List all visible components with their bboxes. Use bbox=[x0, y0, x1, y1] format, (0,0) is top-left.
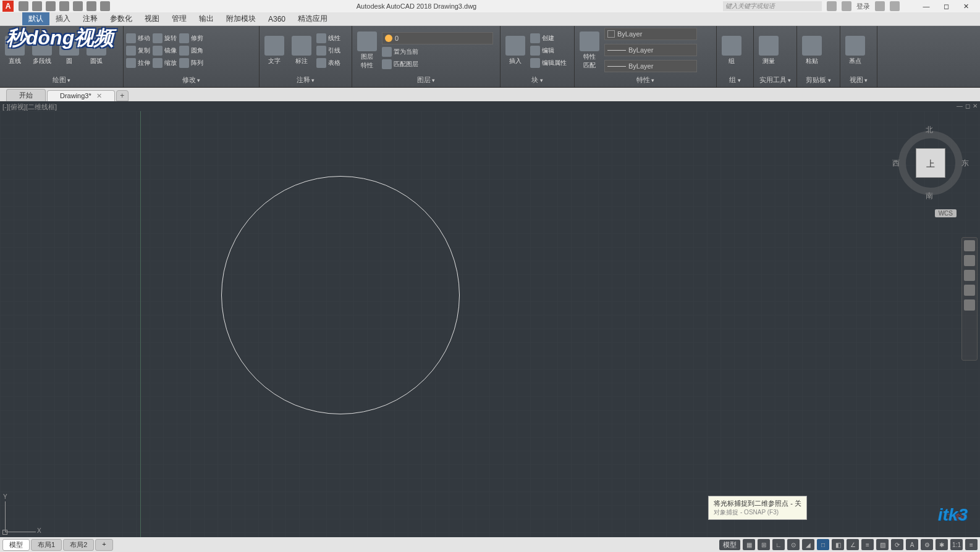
trim-button[interactable]: 修剪 bbox=[179, 33, 203, 43]
color-dropdown[interactable]: ByLayer bbox=[604, 28, 697, 40]
wcs-badge[interactable]: WCS bbox=[935, 209, 957, 217]
sb-model-label[interactable]: 模型 bbox=[719, 540, 740, 550]
compass-north[interactable]: 北 bbox=[926, 125, 933, 135]
table-button[interactable]: 表格 bbox=[316, 58, 340, 68]
help-icon[interactable] bbox=[890, 1, 900, 11]
infocenter-icon[interactable] bbox=[827, 1, 837, 11]
qat-new-icon[interactable] bbox=[19, 1, 28, 11]
viewcube[interactable]: 上 北 南 东 西 bbox=[893, 126, 968, 200]
panel-view-label[interactable]: 视图 bbox=[843, 74, 874, 86]
lineweight-dropdown[interactable]: ByLayer bbox=[604, 44, 697, 56]
tab-default[interactable]: 默认 bbox=[22, 12, 49, 25]
sb-workspace-toggle[interactable]: ⚙ bbox=[921, 539, 933, 550]
dimension-button[interactable]: 标注 bbox=[289, 36, 314, 65]
sb-snap-toggle[interactable]: ⊞ bbox=[758, 539, 770, 550]
panel-util-label[interactable]: 实用工具 bbox=[756, 74, 794, 86]
tab-a360[interactable]: A360 bbox=[262, 14, 292, 25]
qat-plot-icon[interactable] bbox=[73, 1, 83, 11]
help-search-input[interactable]: 键入关键字或短语 bbox=[723, 1, 822, 11]
qat-open-icon[interactable] bbox=[32, 1, 42, 11]
layout1-tab[interactable]: 布局1 bbox=[31, 539, 62, 551]
panel-group-label[interactable]: 组 bbox=[719, 74, 751, 86]
panel-draw-label[interactable]: 绘图 bbox=[2, 74, 120, 86]
viewport-close-icon[interactable]: ✕ bbox=[973, 102, 978, 109]
nav-zoom-icon[interactable] bbox=[964, 270, 975, 281]
app-logo-icon[interactable]: A bbox=[2, 1, 14, 12]
sb-units-toggle[interactable]: 1:1 bbox=[950, 539, 963, 550]
sb-customize-button[interactable]: ≡ bbox=[965, 539, 978, 550]
insert-block-button[interactable]: 插入 bbox=[503, 36, 528, 65]
linear-dim-button[interactable]: 线性 bbox=[316, 33, 340, 43]
tab-drawing3[interactable]: Drawing3*✕ bbox=[47, 90, 115, 101]
sb-transparency-toggle[interactable]: ▨ bbox=[876, 539, 889, 550]
viewport-restore-icon[interactable]: ◻ bbox=[965, 102, 970, 109]
sb-osnap-toggle[interactable]: □ bbox=[817, 539, 829, 550]
panel-clip-label[interactable]: 剪贴板 bbox=[800, 74, 837, 86]
panel-block-label[interactable]: 块 bbox=[503, 74, 572, 86]
layer-props-button[interactable]: 图层 特性 bbox=[355, 31, 379, 70]
window-restore-icon[interactable]: ◻ bbox=[937, 1, 955, 12]
layout2-tab[interactable]: 布局2 bbox=[63, 539, 94, 551]
stretch-button[interactable]: 拉伸 bbox=[126, 58, 150, 68]
tab-insert[interactable]: 插入 bbox=[49, 12, 77, 25]
qat-save-icon[interactable] bbox=[46, 1, 56, 11]
viewcube-top-face[interactable]: 上 bbox=[916, 148, 945, 178]
compass-south[interactable]: 南 bbox=[926, 191, 933, 201]
tab-output[interactable]: 输出 bbox=[193, 12, 220, 25]
nav-orbit-icon[interactable] bbox=[964, 285, 975, 296]
sb-annoscale-toggle[interactable]: A bbox=[906, 539, 918, 550]
sb-cycling-toggle[interactable]: ⟳ bbox=[891, 539, 903, 550]
group-button[interactable]: 组 bbox=[719, 36, 744, 65]
sb-polar-toggle[interactable]: ⊙ bbox=[787, 539, 800, 550]
sb-isodraft-toggle[interactable]: ◢ bbox=[802, 539, 814, 550]
scale-button[interactable]: 缩放 bbox=[153, 58, 177, 68]
sb-lweight-toggle[interactable]: ≡ bbox=[861, 539, 874, 550]
rotate-button[interactable]: 旋转 bbox=[153, 33, 177, 43]
compass-east[interactable]: 东 bbox=[961, 158, 969, 169]
panel-modify-label[interactable]: 修改 bbox=[126, 74, 256, 86]
create-block-button[interactable]: 创建 bbox=[530, 33, 567, 43]
sb-ortho-toggle[interactable]: ∟ bbox=[772, 539, 785, 550]
drawing-canvas[interactable]: [-][俯视][二维线框] — ◻ ✕ Y X 上 北 南 东 西 WCS 将光… bbox=[0, 101, 980, 537]
signin-icon[interactable] bbox=[842, 1, 851, 11]
tab-manage[interactable]: 管理 bbox=[166, 12, 193, 25]
move-button[interactable]: 移动 bbox=[126, 33, 150, 43]
layer-match-button[interactable]: 匹配图层 bbox=[382, 59, 418, 69]
mirror-button[interactable]: 镜像 bbox=[153, 46, 177, 56]
match-props-button[interactable]: 特性 匹配 bbox=[577, 31, 602, 70]
tab-annotate[interactable]: 注释 bbox=[77, 12, 104, 25]
nav-pan-icon[interactable] bbox=[964, 255, 975, 266]
text-button[interactable]: 文字 bbox=[262, 36, 287, 65]
circle-entity[interactable] bbox=[221, 176, 460, 414]
layer-dropdown[interactable]: 0 bbox=[382, 32, 493, 44]
edit-block-button[interactable]: 编辑 bbox=[530, 46, 567, 56]
array-button[interactable]: 阵列 bbox=[179, 58, 203, 68]
sb-3dosnap-toggle[interactable]: ◧ bbox=[832, 539, 844, 550]
add-layout-button[interactable]: + bbox=[95, 539, 112, 551]
compass-west[interactable]: 西 bbox=[892, 158, 900, 169]
sb-otrack-toggle[interactable]: ∠ bbox=[847, 539, 859, 550]
viewport-min-icon[interactable]: — bbox=[957, 102, 963, 109]
sb-grid-toggle[interactable]: ▦ bbox=[743, 539, 755, 550]
signin-label[interactable]: 登录 bbox=[856, 2, 870, 11]
window-minimize-icon[interactable]: — bbox=[917, 1, 936, 12]
tab-view[interactable]: 视图 bbox=[138, 12, 166, 25]
sb-annovisibility-toggle[interactable]: ✱ bbox=[936, 539, 948, 550]
qat-undo-icon[interactable] bbox=[87, 1, 96, 11]
tab-start[interactable]: 开始 bbox=[6, 89, 46, 101]
nav-showmotion-icon[interactable] bbox=[964, 299, 975, 311]
fillet-button[interactable]: 圆角 bbox=[179, 46, 203, 56]
layer-set-current-button[interactable]: 置为当前 bbox=[382, 47, 418, 57]
qat-redo-icon[interactable] bbox=[100, 1, 110, 11]
qat-saveas-icon[interactable] bbox=[59, 1, 69, 11]
exchange-icon[interactable] bbox=[875, 1, 885, 11]
new-tab-button[interactable]: + bbox=[116, 90, 129, 101]
viewport-controls-label[interactable]: [-][俯视][二维线框] bbox=[2, 102, 57, 112]
edit-attrib-button[interactable]: 编辑属性 bbox=[530, 58, 567, 68]
nav-wheel-icon[interactable] bbox=[964, 240, 975, 251]
tab-featured[interactable]: 精选应用 bbox=[292, 12, 334, 25]
measure-button[interactable]: 测量 bbox=[756, 36, 781, 65]
panel-annot-label[interactable]: 注释 bbox=[262, 74, 349, 86]
modelspace-tab[interactable]: 模型 bbox=[2, 539, 30, 551]
linetype-dropdown[interactable]: ByLayer bbox=[604, 60, 697, 72]
